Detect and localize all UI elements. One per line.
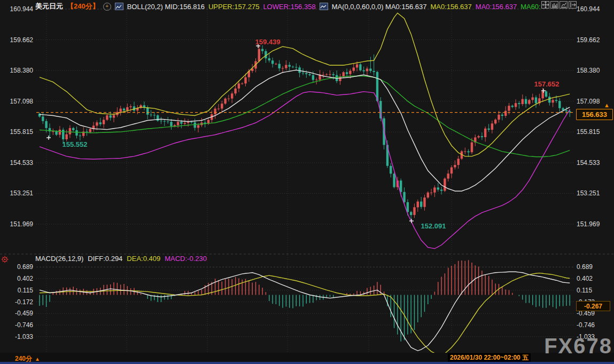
current-price-badge: 156.633	[576, 109, 613, 120]
ma0-yellow-value: MA0:156.637	[430, 3, 471, 11]
timeframe-label: 240分	[15, 355, 32, 362]
chart-window: 160.944160.944159.662159.662158.380158.3…	[0, 0, 614, 364]
macd-indicator-icon[interactable]	[1, 256, 9, 265]
ma-indicator-chart-icon[interactable]	[320, 3, 328, 10]
timeframe-badge[interactable]: 【240分】	[67, 2, 99, 11]
bottom-scrollbar[interactable]	[0, 362, 614, 364]
ma-label: MA(0,0,0,60,0,0) MA0:156.637	[332, 3, 427, 11]
watermark-logo: FX678	[544, 336, 612, 356]
add-indicator-icon[interactable]: +	[103, 3, 111, 11]
datetime-tooltip: 2026/01/30 22:00~02:00 五	[448, 353, 531, 362]
candlestick-chart[interactable]	[0, 0, 614, 364]
crosshair-icon[interactable]	[541, 1, 549, 9]
boll-indicator-chart-icon[interactable]	[115, 3, 123, 10]
macd-diff-value: DIFF:0.294	[88, 255, 122, 263]
expand-chart-icon[interactable]	[559, 1, 568, 9]
compress-chart-icon[interactable]	[550, 1, 558, 9]
indicator-header: 美元日元 【240分】 + BOLL(20,2) MID:156.816 UPP…	[35, 2, 541, 11]
up-arrow-icon: ▲	[35, 356, 40, 362]
macd-dea-value: DEA:0.409	[127, 255, 160, 263]
macd-current-badge: -0.267	[576, 301, 610, 311]
price-up-arrow-icon: ▲	[604, 102, 610, 108]
boll-upper-value: UPPER:157.275	[208, 3, 259, 11]
ma0-magenta-value: MA0:156.637	[476, 3, 517, 11]
macd-value: MACD:-0.230	[165, 255, 207, 263]
macd-header: MACD(26,12,9) DIFF:0.294 DEA:0.409 MACD:…	[35, 255, 207, 263]
boll-lower-value: LOWER:156.358	[263, 3, 315, 11]
ma60-label: MA60:	[520, 3, 541, 11]
chart-toolbar	[541, 1, 577, 9]
boll-label: BOLL(20,2) MID:156.816	[127, 3, 205, 11]
macd-label: MACD(26,12,9)	[35, 255, 83, 263]
symbol-title: 美元日元	[35, 2, 63, 11]
shift-right-icon[interactable]	[569, 1, 577, 9]
